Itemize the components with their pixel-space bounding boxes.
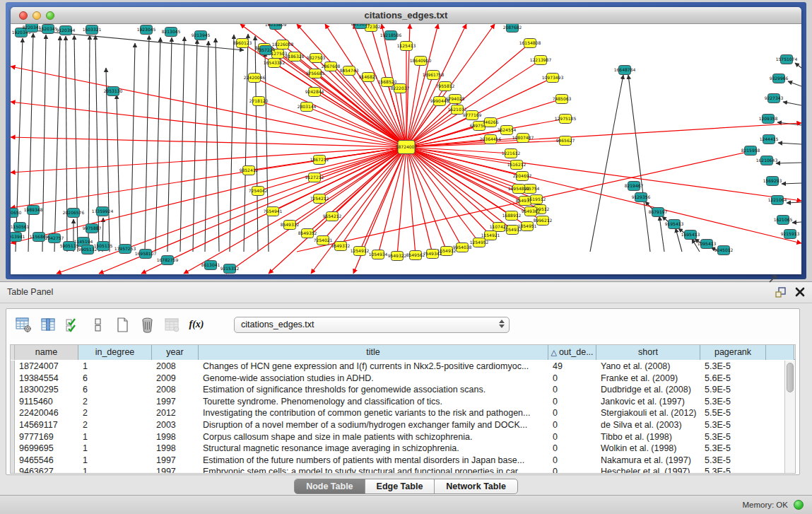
graph-node[interactable]: 8549352 xyxy=(298,229,317,238)
cell-pagerank[interactable]: 5.9E-5 xyxy=(700,384,766,396)
graph-node[interactable]: 16961758 xyxy=(423,71,445,80)
cell-in_degree[interactable]: 2 xyxy=(78,407,152,419)
graph-node[interactable]: 16648784 xyxy=(614,66,636,75)
graph-node[interactable]: 8549562 xyxy=(406,251,425,260)
graph-node[interactable]: 2718120 xyxy=(249,97,269,106)
tab-edge-table[interactable]: Edge Table xyxy=(365,479,435,493)
cell-in_degree[interactable]: 1 xyxy=(78,443,152,455)
rows-icon[interactable] xyxy=(89,316,106,333)
cell-title[interactable]: Investigating the contribution of common… xyxy=(199,407,548,419)
graph-node[interactable]: 8213045 xyxy=(162,28,181,37)
graph-node[interactable]: 2520650 xyxy=(11,209,22,218)
graph-node[interactable]: 3624554 xyxy=(498,126,517,135)
graph-node[interactable]: 9327503 xyxy=(307,54,326,63)
graph-node[interactable]: 9852412 xyxy=(240,166,259,175)
graph-node[interactable]: 2803144 xyxy=(298,103,317,112)
graph-node[interactable]: 9905132 xyxy=(78,245,98,255)
graph-node[interactable]: 12213987 xyxy=(530,56,552,65)
cell-year[interactable]: 1998 xyxy=(152,443,199,455)
column-header-out_de...[interactable]: △out_de... xyxy=(548,345,596,360)
memory-status-icon[interactable] xyxy=(794,500,804,510)
cell-in_degree[interactable]: 1 xyxy=(78,431,152,443)
close-panel-icon[interactable] xyxy=(795,287,805,297)
graph-node[interactable]: 10807487 xyxy=(512,134,534,143)
cell-name[interactable]: 9465546 xyxy=(15,455,78,467)
cell-title[interactable]: Tourette syndrome. Phenomenology and cla… xyxy=(199,396,548,408)
column-header-year[interactable]: year xyxy=(152,345,199,360)
graph-node[interactable]: 1221064 xyxy=(768,196,787,205)
graph-node[interactable]: 8960123 xyxy=(233,39,252,48)
cell-year[interactable]: 2003 xyxy=(152,419,199,431)
graph-node[interactable]: 18724007 xyxy=(396,141,418,154)
graph-node[interactable]: 8454743 xyxy=(340,66,359,76)
delete-rows-icon[interactable] xyxy=(139,316,155,333)
cell-in_degree[interactable]: 6 xyxy=(78,384,152,396)
cell-year[interactable]: 2008 xyxy=(152,361,199,373)
cell-short[interactable]: Franke et al. (2009) xyxy=(596,373,700,385)
table-row[interactable]: 946362711997Embryonic stem cells: a mode… xyxy=(11,466,784,474)
graph-node[interactable]: 7254042 xyxy=(249,187,268,196)
graph-node[interactable]: 1989348 xyxy=(24,206,43,215)
graph-node[interactable]: 2204697 xyxy=(513,172,532,181)
graph-node[interactable]: 9329966 xyxy=(770,74,789,83)
new-table-icon[interactable] xyxy=(114,316,131,333)
cell-title[interactable]: Structural magnetic resonance image aver… xyxy=(199,443,548,455)
graph-node[interactable]: 9146821 xyxy=(359,73,378,82)
cell-short[interactable]: Hescheler et al. (1997) xyxy=(596,466,700,474)
cell-out_de...[interactable]: 0 xyxy=(548,419,596,431)
cell-pagerank[interactable]: 5.3E-5 xyxy=(700,431,766,443)
graph-node[interactable]: 1054934 xyxy=(369,250,388,259)
graph-node[interactable]: 1616212 xyxy=(507,160,526,170)
table-row[interactable]: 946554611997Estimation of the future num… xyxy=(11,455,784,467)
cell-pagerank[interactable]: 5.3E-5 xyxy=(700,443,766,455)
function-builder-icon[interactable]: f(x) xyxy=(188,316,205,333)
graph-node[interactable]: 8215958 xyxy=(741,146,760,156)
graph-node[interactable]: 16543382 xyxy=(264,59,286,68)
cell-title[interactable]: Changes of HCN gene expression and I(f) … xyxy=(199,361,548,373)
graph-node[interactable]: 9242844 xyxy=(305,88,324,97)
graph-node[interactable]: 1569293 xyxy=(763,177,782,186)
graph-node[interactable]: 8679197 xyxy=(649,208,668,217)
column-header-title[interactable]: title xyxy=(199,345,548,360)
table-row[interactable]: 1872400712008Changes of HCN gene express… xyxy=(11,361,784,373)
cell-name[interactable]: 9115460 xyxy=(15,396,78,408)
column-header-name[interactable]: name xyxy=(15,345,78,360)
graph-node[interactable]: 1254952 xyxy=(470,238,489,247)
cell-in_degree[interactable]: 1 xyxy=(78,361,152,373)
cell-pagerank[interactable]: 5.6E-5 xyxy=(700,373,766,385)
table-column-icon[interactable] xyxy=(40,316,57,333)
cell-pagerank[interactable]: 5.3E-5 xyxy=(700,396,766,408)
cell-out_de...[interactable]: 0 xyxy=(548,431,596,443)
vertical-scrollbar[interactable] xyxy=(784,361,795,473)
cell-out_de...[interactable]: 0 xyxy=(548,455,596,467)
cell-name[interactable]: 18300295 xyxy=(15,384,78,396)
select-attributes-icon[interactable] xyxy=(64,316,81,333)
network-graph[interactable]: 8960123891295518226058912750316543382818… xyxy=(11,24,801,274)
table-select-dropdown[interactable]: citations_edges.txt xyxy=(234,317,510,333)
cell-name[interactable]: 9699695 xyxy=(15,443,78,455)
table-row[interactable]: 2242004622012Investigating the contribut… xyxy=(11,407,784,419)
column-header-in_degree[interactable]: in_degree xyxy=(78,345,152,360)
cell-pagerank[interactable]: 5.3E-5 xyxy=(700,361,766,373)
graph-node[interactable]: 1603321 xyxy=(83,25,102,35)
table-row[interactable]: 911546021997Tourette syndrome. Phenomeno… xyxy=(11,396,784,408)
graph-node[interactable]: 9129356 xyxy=(632,193,651,202)
cell-out_de...[interactable]: 0 xyxy=(548,384,596,396)
cell-title[interactable]: Embryonic stem cells: a model to study s… xyxy=(199,466,548,474)
graph-node[interactable]: 7654941 xyxy=(264,207,283,216)
graph-node[interactable]: 1621065 xyxy=(774,216,793,225)
graph-node[interactable]: 15751074 xyxy=(776,55,798,64)
cell-short[interactable]: Yano et al. (2008) xyxy=(596,361,700,373)
cell-in_degree[interactable]: 1 xyxy=(78,466,152,474)
cell-year[interactable]: 1997 xyxy=(152,455,199,467)
cell-year[interactable]: 1997 xyxy=(152,396,199,408)
cell-year[interactable]: 2008 xyxy=(152,384,199,396)
cell-out_de...[interactable]: 49 xyxy=(548,361,596,373)
graph-node[interactable]: 7549342 xyxy=(423,250,442,259)
cell-title[interactable]: Corpus callosum shape and size in male p… xyxy=(199,431,548,443)
cell-in_degree[interactable]: 2 xyxy=(78,419,152,431)
tab-network-table[interactable]: Network Table xyxy=(435,479,517,493)
graph-node[interactable]: 9195413 xyxy=(665,220,684,229)
cell-name[interactable]: 18724007 xyxy=(15,361,78,373)
cell-name[interactable]: 22420046 xyxy=(15,407,78,419)
